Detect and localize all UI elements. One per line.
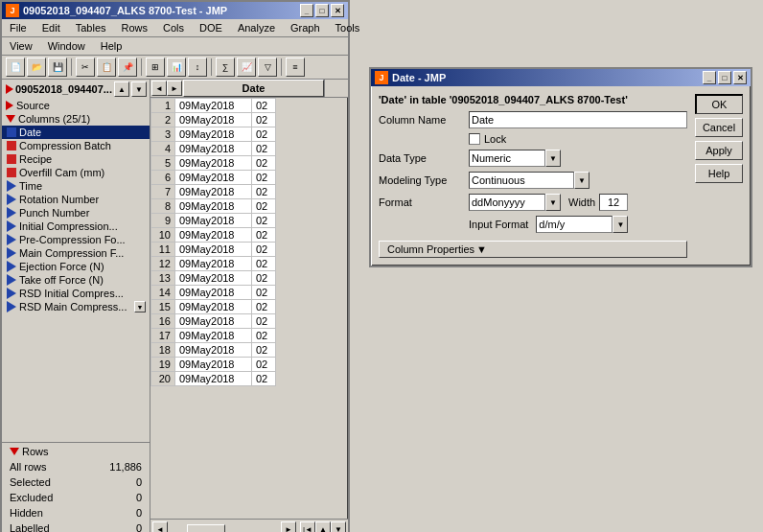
modeling-type-arrow[interactable]: ▼ bbox=[574, 172, 590, 189]
date-cell[interactable]: 09May2018 bbox=[175, 171, 252, 185]
col-date[interactable]: Date bbox=[2, 126, 150, 139]
open-btn[interactable]: 📂 bbox=[27, 58, 46, 77]
copy-btn[interactable]: 📋 bbox=[97, 58, 116, 77]
date-cell[interactable]: 09May2018 bbox=[175, 99, 252, 113]
col-main-comp[interactable]: Main Compression F... bbox=[2, 246, 150, 260]
next-page-btn[interactable]: ► bbox=[281, 521, 296, 532]
data-type-arrow[interactable]: ▼ bbox=[545, 150, 561, 167]
date-cell[interactable]: 09May2018 bbox=[175, 185, 252, 199]
col-props-button[interactable]: Column Properties ▼ bbox=[379, 241, 687, 258]
menu-rows[interactable]: Rows bbox=[118, 21, 152, 35]
col-compression-batch[interactable]: Compression Batch bbox=[2, 139, 150, 152]
col-recipe[interactable]: Recipe bbox=[2, 152, 150, 166]
filter-btn[interactable]: ▽ bbox=[258, 58, 277, 77]
menu-window[interactable]: Window bbox=[44, 39, 89, 53]
table-btn[interactable]: ⊞ bbox=[146, 58, 165, 77]
format-arrow[interactable]: ▼ bbox=[545, 194, 561, 211]
close-button[interactable]: ✕ bbox=[331, 4, 344, 17]
date-cell[interactable]: 09May2018 bbox=[175, 113, 252, 127]
ok-button[interactable]: OK bbox=[695, 94, 743, 114]
cancel-button[interactable]: Cancel bbox=[695, 118, 743, 137]
date-cell[interactable]: 09May2018 bbox=[175, 214, 252, 228]
grid-body[interactable]: 109May201802209May201802309May201802409M… bbox=[150, 98, 348, 519]
menu-cols[interactable]: Cols bbox=[159, 21, 188, 35]
col-rsd-initial[interactable]: RSD Initial Compres... bbox=[2, 287, 150, 300]
stats-btn[interactable]: ∑ bbox=[216, 58, 235, 77]
date-cell[interactable]: 09May2018 bbox=[175, 329, 252, 343]
menu-doe[interactable]: DOE bbox=[196, 21, 226, 35]
date-cell[interactable]: 09May2018 bbox=[175, 372, 252, 386]
col-rsd-main[interactable]: RSD Main Compress... ▼ bbox=[2, 300, 150, 313]
date-cell[interactable]: 09May2018 bbox=[175, 243, 252, 257]
source-expand-icon[interactable] bbox=[6, 101, 13, 110]
input-format-arrow[interactable]: ▼ bbox=[613, 216, 628, 233]
prev-page-btn[interactable]: ◄ bbox=[152, 521, 168, 532]
scroll-up-btn[interactable]: ▲ bbox=[114, 81, 129, 97]
input-format-select-wrapper: d/m/y ▼ bbox=[536, 216, 628, 233]
modeling-type-value[interactable]: Continuous bbox=[469, 172, 574, 189]
columns-expand-icon[interactable] bbox=[6, 115, 15, 123]
date-cell[interactable]: 09May2018 bbox=[175, 271, 252, 286]
col-initial-comp-icon bbox=[6, 220, 17, 232]
table-expand-icon[interactable] bbox=[6, 84, 13, 94]
graph-btn[interactable]: 📈 bbox=[237, 58, 256, 77]
width-input[interactable] bbox=[599, 194, 628, 211]
date-cell[interactable]: 09May2018 bbox=[175, 343, 252, 358]
menu-tables[interactable]: Tables bbox=[72, 21, 110, 35]
col-rotation[interactable]: Rotation Number bbox=[2, 193, 150, 206]
date-col-header[interactable]: Date bbox=[183, 80, 324, 97]
col-time[interactable]: Time bbox=[2, 179, 150, 193]
menu-view[interactable]: View bbox=[6, 39, 36, 53]
apply-button[interactable]: Apply bbox=[695, 141, 743, 160]
date-cell[interactable]: 09May2018 bbox=[175, 358, 252, 372]
menu-graph[interactable]: Graph bbox=[287, 21, 324, 35]
date-cell[interactable]: 09May2018 bbox=[175, 314, 252, 329]
script-btn[interactable]: ≡ bbox=[286, 58, 305, 77]
col-pre-comp[interactable]: Pre-Compression Fo... bbox=[2, 233, 150, 246]
menu-analyze[interactable]: Analyze bbox=[234, 21, 279, 35]
dialog-maximize-button[interactable]: □ bbox=[718, 71, 731, 84]
chart-btn[interactable]: 📊 bbox=[167, 58, 186, 77]
date-cell[interactable]: 09May2018 bbox=[175, 286, 252, 300]
date-cell[interactable]: 09May2018 bbox=[175, 300, 252, 314]
go-start-btn[interactable]: |◄ bbox=[300, 521, 315, 532]
col-scroll-btn[interactable]: ▼ bbox=[134, 301, 146, 312]
date-cell[interactable]: 09May2018 bbox=[175, 199, 252, 214]
dialog-close-button[interactable]: ✕ bbox=[733, 71, 747, 84]
page-down-btn[interactable]: ▼ bbox=[331, 521, 346, 532]
dialog-minimize-button[interactable]: _ bbox=[703, 71, 716, 84]
date-cell[interactable]: 09May2018 bbox=[175, 127, 252, 142]
data-type-value[interactable]: Numeric bbox=[469, 150, 545, 167]
menu-file[interactable]: File bbox=[6, 21, 31, 35]
lock-checkbox[interactable] bbox=[469, 133, 480, 145]
date-cell[interactable]: 09May2018 bbox=[175, 228, 252, 243]
minimize-button[interactable]: _ bbox=[300, 4, 313, 17]
col-overfill[interactable]: Overfill Cam (mm) bbox=[2, 166, 150, 179]
scroll-down-btn[interactable]: ▼ bbox=[131, 81, 147, 97]
date-cell[interactable]: 09May2018 bbox=[175, 257, 252, 271]
column-name-input[interactable] bbox=[469, 111, 687, 128]
input-format-value[interactable]: d/m/y bbox=[536, 216, 613, 233]
new-btn[interactable]: 📄 bbox=[6, 58, 25, 77]
date-cell[interactable]: 09May2018 bbox=[175, 142, 252, 156]
col-ejection[interactable]: Ejection Force (N) bbox=[2, 260, 150, 273]
format-value[interactable]: ddMonyyyy bbox=[469, 194, 545, 211]
date-cell[interactable]: 09May2018 bbox=[175, 156, 252, 171]
page-up-btn[interactable]: ▲ bbox=[315, 521, 331, 532]
col-punch[interactable]: Punch Number bbox=[2, 206, 150, 220]
grid-scroll-left[interactable]: ◄ bbox=[151, 81, 167, 96]
menu-tools[interactable]: Tools bbox=[332, 21, 364, 35]
menu-edit[interactable]: Edit bbox=[38, 21, 64, 35]
col-takeoff[interactable]: Take off Force (N) bbox=[2, 273, 150, 287]
menu-help[interactable]: Help bbox=[97, 39, 127, 53]
col-initial-comp[interactable]: Initial Compression... bbox=[2, 220, 150, 233]
paste-btn[interactable]: 📌 bbox=[118, 58, 137, 77]
h-scrollbar[interactable] bbox=[168, 523, 281, 532]
maximize-button[interactable]: □ bbox=[315, 4, 329, 17]
sort-btn[interactable]: ↕ bbox=[188, 58, 207, 77]
grid-scroll-right[interactable]: ► bbox=[167, 81, 182, 96]
cut-btn[interactable]: ✂ bbox=[76, 58, 95, 77]
save-btn[interactable]: 💾 bbox=[48, 58, 67, 77]
help-button[interactable]: Help bbox=[695, 164, 743, 183]
rows-expand-icon[interactable] bbox=[10, 448, 19, 455]
